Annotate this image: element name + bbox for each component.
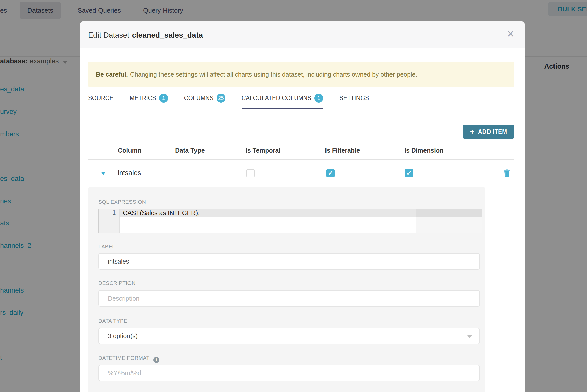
add-item-button[interactable]: + ADD ITEM bbox=[463, 125, 514, 139]
tab-calculated-columns[interactable]: CALCULATED COLUMNS 1 bbox=[242, 87, 323, 109]
info-icon[interactable]: i bbox=[153, 357, 159, 363]
edit-dataset-modal: Edit Dataset cleaned_sales_data ✕ Be car… bbox=[80, 21, 525, 392]
modal-header: Edit Dataset cleaned_sales_data ✕ bbox=[80, 21, 525, 48]
datetime-format-field-label: DATETIME FORMAT i bbox=[98, 355, 159, 363]
header-column: Column bbox=[118, 147, 141, 154]
tab-settings-label: SETTINGS bbox=[339, 95, 369, 102]
header-is-filterable: Is Filterable bbox=[325, 147, 360, 154]
data-type-select[interactable]: 3 option(s) bbox=[98, 328, 480, 344]
tab-source[interactable]: SOURCE bbox=[88, 87, 113, 109]
datetime-format-input[interactable] bbox=[98, 365, 480, 381]
description-field-label: DESCRIPTION bbox=[98, 280, 136, 286]
warning-text: Changing these settings will affect all … bbox=[130, 71, 417, 78]
tab-metrics[interactable]: METRICS 1 bbox=[129, 87, 168, 109]
data-type-selected-value: 3 option(s) bbox=[108, 332, 138, 340]
label-input[interactable] bbox=[98, 253, 480, 270]
editor-print-margin bbox=[416, 209, 482, 233]
modal-title-prefix: Edit Dataset bbox=[88, 31, 129, 39]
text-cursor bbox=[200, 210, 200, 217]
plus-icon: + bbox=[470, 127, 474, 136]
tab-columns[interactable]: COLUMNS 25 bbox=[184, 87, 225, 109]
tab-columns-label: COLUMNS bbox=[184, 95, 214, 102]
description-input[interactable] bbox=[98, 290, 480, 307]
sql-code-line: CAST(Sales as INTEGER); bbox=[123, 209, 200, 217]
trash-icon[interactable] bbox=[503, 169, 510, 178]
is-dimension-checkbox[interactable]: ✓ bbox=[405, 169, 413, 177]
column-detail-panel: SQL EXPRESSION 1 CAST(Sales as INTEGER);… bbox=[88, 187, 485, 392]
modal-title-dataset-name: cleaned_sales_data bbox=[132, 31, 203, 39]
metrics-count-badge: 1 bbox=[159, 94, 168, 103]
is-filterable-checkbox[interactable]: ✓ bbox=[326, 169, 335, 177]
page-root: es Datasets Saved Queries Query History … bbox=[0, 0, 587, 392]
calculated-columns-count-badge: 1 bbox=[314, 94, 323, 103]
sql-code-text: CAST(Sales as INTEGER); bbox=[123, 209, 200, 216]
tab-calculated-columns-label: CALCULATED COLUMNS bbox=[242, 95, 311, 102]
data-type-field-label: DATA TYPE bbox=[98, 318, 127, 324]
collapse-caret-icon[interactable] bbox=[101, 172, 106, 175]
editor-line-number: 1 bbox=[99, 209, 119, 217]
add-item-label: ADD ITEM bbox=[478, 128, 507, 135]
sql-editor[interactable]: 1 CAST(Sales as INTEGER); bbox=[98, 209, 482, 233]
warning-bold-text: Be careful. bbox=[96, 71, 128, 78]
label-field-label: LABEL bbox=[98, 244, 115, 250]
columns-count-badge: 25 bbox=[217, 94, 225, 103]
column-name: intsales bbox=[118, 169, 141, 177]
warning-banner: Be careful. Changing these settings will… bbox=[88, 62, 514, 87]
header-is-temporal: Is Temporal bbox=[246, 147, 280, 154]
tab-metrics-label: METRICS bbox=[129, 95, 156, 102]
datetime-format-label-text: DATETIME FORMAT bbox=[98, 355, 149, 361]
modal-tab-bar: SOURCE METRICS 1 COLUMNS 25 CALCULATED C… bbox=[88, 87, 514, 109]
calculated-column-row: intsales ✓ ✓ bbox=[80, 160, 525, 186]
sql-expression-label: SQL EXPRESSION bbox=[98, 199, 146, 205]
editor-gutter: 1 bbox=[99, 209, 120, 233]
is-temporal-checkbox[interactable] bbox=[246, 169, 255, 177]
tab-settings[interactable]: SETTINGS bbox=[339, 87, 369, 109]
chevron-down-icon bbox=[467, 335, 472, 338]
modal-title: Edit Dataset cleaned_sales_data bbox=[88, 21, 203, 48]
tab-source-label: SOURCE bbox=[88, 95, 113, 102]
header-is-dimension: Is Dimension bbox=[404, 147, 444, 154]
close-icon[interactable]: ✕ bbox=[507, 29, 514, 39]
header-data-type: Data Type bbox=[175, 147, 205, 154]
